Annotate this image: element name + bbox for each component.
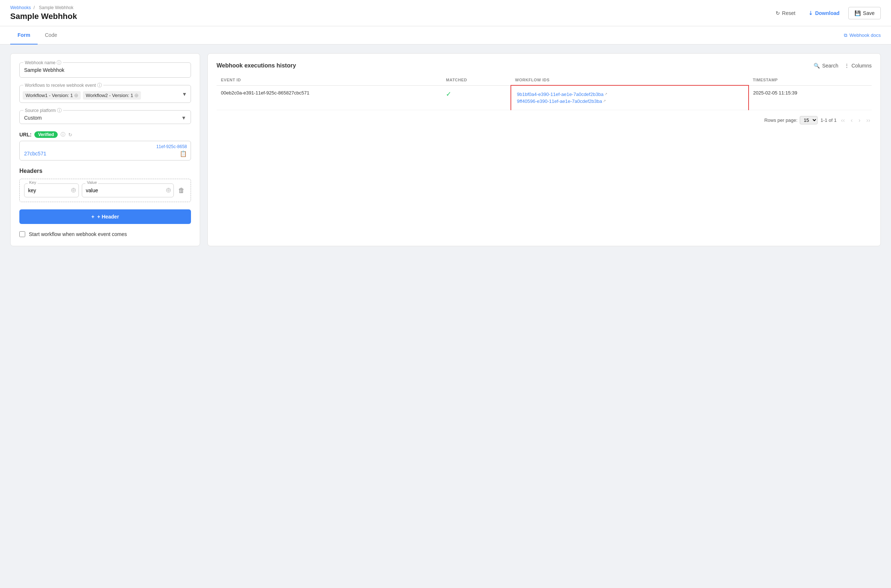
source-platform-field-group: Source platform ⓘ Custom ▼ bbox=[20, 110, 191, 124]
workflow-id-link-1[interactable]: 9ff40596-e390-11ef-ae1e-7a0cdef2b3ba ↗ bbox=[517, 99, 742, 104]
workflows-field-group: Workflows to receive webhook event ⓘ Wor… bbox=[20, 85, 191, 103]
header-key-clear-button[interactable]: ⨸ bbox=[71, 187, 76, 194]
workflows-label: Workflows to receive webhook event ⓘ bbox=[23, 82, 103, 88]
webhook-name-label: Webhook name ⓘ bbox=[23, 60, 63, 66]
start-workflow-row: Start workflow when webhook event comes bbox=[20, 231, 191, 237]
reset-button[interactable]: ↻ Reset bbox=[771, 7, 800, 19]
breadcrumb-separator: / bbox=[34, 5, 35, 10]
url-label: URL: bbox=[20, 132, 32, 138]
url-field-wrapper: 11ef-925c-8658 27cbc571 📋 bbox=[20, 141, 191, 160]
source-platform-label: Source platform ⓘ bbox=[23, 107, 63, 114]
start-workflow-checkbox[interactable] bbox=[20, 231, 25, 237]
start-workflow-label: Start workflow when webhook event comes bbox=[29, 231, 127, 237]
add-header-button[interactable]: + + Header bbox=[20, 209, 191, 224]
workflow-tag-0-remove[interactable]: ⨸ bbox=[74, 93, 78, 98]
header-row-0: Key ⨸ Value ⨸ 🗑 bbox=[24, 183, 186, 197]
url-copy-button[interactable]: 📋 bbox=[180, 150, 187, 157]
url-label-row: URL: Verified ⓘ ↻ bbox=[20, 131, 191, 138]
rows-per-page-select[interactable]: 15 25 50 bbox=[800, 116, 817, 124]
executions-table: EVENT ID MATCHED WORKFLOW IDS TIMESTAMP … bbox=[217, 75, 871, 110]
right-panel: Webhook executions history 🔍 Search ⋮ Co… bbox=[208, 53, 881, 246]
workflows-chevron-icon: ▼ bbox=[182, 91, 187, 97]
download-button[interactable]: ⇣ Download bbox=[804, 7, 844, 19]
tabs-bar: Form Code ⧉ Webhook docs bbox=[0, 26, 891, 45]
workflow-tag-0: Workflow1 - Version: 1 ⨸ bbox=[23, 91, 81, 100]
header-key-label: Key bbox=[28, 180, 38, 184]
save-icon: 💾 bbox=[855, 10, 861, 16]
top-actions: ↻ Reset ⇣ Download 💾 Save bbox=[771, 7, 881, 20]
header-key-input[interactable] bbox=[24, 183, 79, 197]
table-row: 00eb2c0a-e391-11ef-925c-865827cbc571 ✓ 9… bbox=[217, 86, 871, 110]
docs-icon: ⧉ bbox=[844, 33, 847, 38]
columns-button[interactable]: ⋮ Columns bbox=[844, 63, 871, 69]
webhook-name-wrapper: Webhook name ⓘ bbox=[20, 62, 191, 78]
header-value-label: Value bbox=[86, 180, 98, 184]
headers-title: Headers bbox=[20, 168, 191, 174]
headers-dashed-box: Key ⨸ Value ⨸ 🗑 bbox=[20, 179, 191, 202]
workflow-tag-1: Workflow2 - Version: 1 ⨸ bbox=[83, 91, 141, 100]
event-id-cell: 00eb2c0a-e391-11ef-925c-865827cbc571 bbox=[217, 86, 441, 110]
url-suffix: 11ef-925c-8658 bbox=[156, 144, 187, 149]
rows-per-page: Rows per page: 15 25 50 bbox=[764, 116, 817, 124]
source-platform-value: Custom bbox=[24, 115, 42, 121]
workflow-tag-1-remove[interactable]: ⨸ bbox=[135, 93, 138, 98]
header-key-wrapper: Key ⨸ bbox=[24, 183, 79, 197]
tab-code[interactable]: Code bbox=[38, 26, 64, 45]
download-icon: ⇣ bbox=[808, 10, 813, 16]
search-icon: 🔍 bbox=[814, 63, 820, 69]
prev-page-button[interactable]: ‹ bbox=[849, 116, 854, 124]
last-page-button[interactable]: ›› bbox=[865, 116, 871, 124]
right-header-actions: 🔍 Search ⋮ Columns bbox=[814, 63, 871, 69]
matched-cell: ✓ bbox=[441, 86, 510, 110]
external-link-icon-1: ↗ bbox=[603, 99, 606, 103]
columns-icon: ⋮ bbox=[844, 63, 849, 69]
col-header-event-id: EVENT ID bbox=[217, 75, 441, 86]
source-platform-chevron: ▼ bbox=[181, 115, 186, 121]
first-page-button[interactable]: ‹‹ bbox=[840, 116, 846, 124]
webhook-docs-link[interactable]: ⧉ Webhook docs bbox=[844, 33, 881, 38]
webhook-name-field-group: Webhook name ⓘ bbox=[20, 62, 191, 78]
col-header-timestamp: TIMESTAMP bbox=[749, 75, 872, 86]
matched-checkmark: ✓ bbox=[446, 90, 452, 98]
search-button[interactable]: 🔍 Search bbox=[814, 63, 838, 69]
top-bar: Webhooks / Sample Webhhok Sample Webhhok… bbox=[0, 0, 891, 26]
breadcrumb: Webhooks / Sample Webhhok Sample Webhhok bbox=[10, 5, 77, 21]
header-value-wrapper: Value ⨸ bbox=[82, 183, 174, 197]
workflows-info-icon[interactable]: ⓘ bbox=[97, 82, 102, 88]
left-panel: Webhook name ⓘ Workflows to receive webh… bbox=[10, 53, 200, 246]
next-page-button[interactable]: › bbox=[857, 116, 862, 124]
external-link-icon-0: ↗ bbox=[604, 92, 607, 96]
verified-badge: Verified bbox=[34, 131, 57, 138]
col-header-workflow-ids: WORKFLOW IDS bbox=[511, 75, 749, 86]
pagination-bar: Rows per page: 15 25 50 1-1 of 1 ‹‹ ‹ › … bbox=[217, 116, 871, 124]
add-header-icon: + bbox=[91, 214, 94, 220]
webhook-name-input[interactable] bbox=[24, 66, 186, 74]
webhook-name-info-icon[interactable]: ⓘ bbox=[57, 60, 61, 65]
timestamp-cell: 2025-02-05 11:15:39 bbox=[749, 86, 872, 110]
url-info-icon[interactable]: ⓘ bbox=[61, 131, 65, 138]
url-value: 27cbc571 bbox=[24, 151, 178, 156]
breadcrumb-current: Sample Webhhok bbox=[39, 5, 74, 10]
header-value-clear-button[interactable]: ⨸ bbox=[166, 187, 171, 194]
save-button[interactable]: 💾 Save bbox=[848, 7, 881, 20]
right-panel-header: Webhook executions history 🔍 Search ⋮ Co… bbox=[217, 62, 871, 69]
reset-icon: ↻ bbox=[776, 10, 780, 16]
header-delete-button[interactable]: 🗑 bbox=[177, 185, 186, 196]
page-title: Sample Webhhok bbox=[10, 12, 77, 21]
source-platform-info-icon[interactable]: ⓘ bbox=[57, 108, 62, 113]
breadcrumb-nav: Webhooks / Sample Webhhok bbox=[10, 5, 77, 10]
workflow-ids-cell: 9b1bf0a4-e390-11ef-ae1e-7a0cdef2b3ba ↗ 9… bbox=[511, 86, 749, 110]
source-platform-wrapper: Source platform ⓘ Custom ▼ bbox=[20, 110, 191, 124]
tab-form[interactable]: Form bbox=[10, 26, 38, 45]
header-value-input[interactable] bbox=[82, 183, 174, 197]
tabs: Form Code bbox=[10, 26, 64, 44]
headers-section: Headers Key ⨸ Value ⨸ 🗑 bbox=[20, 168, 191, 202]
main-content: Webhook name ⓘ Workflows to receive webh… bbox=[0, 45, 891, 255]
breadcrumb-parent-link[interactable]: Webhooks bbox=[10, 5, 31, 10]
workflows-wrapper: Workflows to receive webhook event ⓘ Wor… bbox=[20, 85, 191, 103]
workflow-id-link-0[interactable]: 9b1bf0a4-e390-11ef-ae1e-7a0cdef2b3ba ↗ bbox=[517, 92, 742, 97]
url-refresh-icon[interactable]: ↻ bbox=[68, 132, 72, 138]
executions-title: Webhook executions history bbox=[217, 62, 296, 69]
workflows-tags: Workflow1 - Version: 1 ⨸ Workflow2 - Ver… bbox=[23, 88, 178, 100]
page-info: 1-1 of 1 bbox=[820, 117, 837, 123]
